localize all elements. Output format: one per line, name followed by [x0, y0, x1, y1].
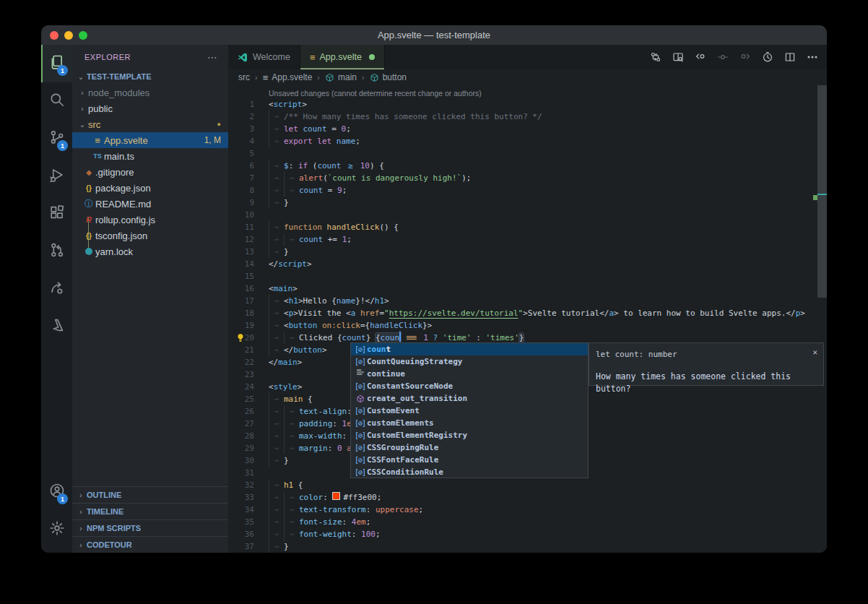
lightbulb-icon[interactable] [235, 332, 246, 343]
compare-changes-icon[interactable] [650, 51, 661, 63]
zoom-window-button[interactable] [79, 31, 87, 40]
file-tree-item-tsconfig-json[interactable]: {}tsconfig.json [72, 228, 228, 243]
activity-bar-item-settings[interactable] [41, 511, 72, 548]
code-line-1[interactable]: 1<script> [228, 98, 827, 111]
current-change-icon[interactable] [717, 51, 729, 63]
breadcrumb-item-src[interactable]: src [238, 72, 250, 82]
suggest-item-count[interactable]: [⊘]count [351, 343, 588, 355]
color-decorator-swatch[interactable] [332, 492, 340, 500]
code-line-9[interactable]: 9 →} [228, 197, 827, 209]
file-tree-item-rollup-config-js[interactable]: Rrollup.config.js [72, 212, 228, 228]
line-number: 12 [228, 233, 254, 246]
more-actions-icon[interactable] [807, 51, 818, 63]
line-number: 29 [228, 442, 254, 454]
code-editor[interactable]: Unsaved changes (cannot determine recent… [228, 85, 827, 553]
word-highlight: } [519, 333, 524, 342]
timer-icon[interactable] [762, 51, 773, 63]
code-line-18[interactable]: 18 →<p>Visit the <a href="https://svelte… [228, 307, 827, 319]
file-tree-item-node-modules[interactable]: ›node_modules [72, 85, 228, 100]
overview-ruler-cursor-mark [813, 195, 817, 200]
suggest-item-cssgroupingrule[interactable]: [⊘]CSSGroupingRule [351, 441, 588, 454]
code-line-11[interactable]: 11 →function handleClick() { [228, 221, 827, 233]
suggest-item-countqueuingstrategy[interactable]: [⊘]CountQueuingStrategy [351, 355, 588, 368]
file-tree-item--gitignore[interactable]: ◆.gitignore [72, 164, 228, 180]
code-line-13[interactable]: 13 →} [228, 246, 827, 258]
file-tree-item-app-svelte[interactable]: ≡App.svelte1, M [72, 132, 228, 148]
variable-icon: [⊘] [353, 405, 367, 417]
overview-ruler-mark [817, 194, 827, 195]
minimize-window-button[interactable] [64, 31, 73, 40]
activity-bar-item-search[interactable] [41, 82, 72, 120]
code-line-37[interactable]: 37 →} [228, 540, 827, 553]
code-line-36[interactable]: 36 → →font-weight: 100; [228, 528, 827, 540]
activity-bar-item-accounts[interactable]: 1 [41, 473, 72, 511]
file-label: main.ts [104, 151, 134, 162]
activity-bar-item-extensions[interactable] [41, 195, 72, 233]
activity-bar-item-explorer[interactable]: 1 [41, 45, 72, 82]
code-line-35[interactable]: 35 → →font-size: 4em; [228, 516, 827, 528]
scrollbar[interactable] [817, 85, 827, 298]
code-line-3[interactable]: 3 →let count = 0; [228, 123, 827, 135]
file-tree-item-readme-md[interactable]: ⓘREADME.md [72, 196, 228, 212]
breadcrumb-label: main [338, 72, 357, 82]
activity-bar-item-github-pull-requests[interactable] [41, 233, 72, 270]
breadcrumb-item-button[interactable]: button [370, 72, 407, 82]
title-bar[interactable]: App.svelte — test-template [41, 25, 827, 45]
suggest-item-customelements[interactable]: [⊘]customElements [351, 417, 588, 429]
code-line-10[interactable]: 10 [228, 209, 827, 221]
split-editor-icon[interactable] [784, 51, 796, 63]
file-tree-item-public[interactable]: ›public [72, 100, 228, 116]
file-tree-item-main-ts[interactable]: TSmain.ts [72, 148, 228, 164]
sidebar-section-timeline[interactable]: ›TIMELINE [72, 503, 228, 519]
suggest-item-create_out_transition[interactable]: create_out_transition [351, 392, 588, 405]
file-tree-item-src[interactable]: ⌄src● [72, 116, 228, 132]
code-line-34[interactable]: 34 → →text-transform: uppercase; [228, 504, 827, 516]
sidebar-section-codetour[interactable]: ›CODETOUR [72, 536, 228, 553]
code-line-16[interactable]: 16<main> [228, 282, 827, 295]
file-tree-item-package-json[interactable]: {}package.json [72, 180, 228, 196]
code-line-15[interactable]: 15 [228, 270, 827, 282]
explorer-more-actions-icon[interactable]: ⋯ [207, 51, 218, 63]
code-line-4[interactable]: 4 →export let name; [228, 135, 827, 147]
suggest-item-continue[interactable]: continue [351, 368, 588, 380]
line-number: 5 [228, 147, 254, 160]
breadcrumb-separator: › [360, 73, 366, 82]
activity-bar-item-live-share[interactable] [41, 270, 72, 308]
tab-app-svelte[interactable]: ≡App.svelte [300, 45, 385, 69]
code-line-2[interactable]: 2 →/** How many times has someone clicke… [228, 111, 827, 123]
code-line-12[interactable]: 12 → →count += 1; [228, 233, 827, 246]
variable-icon: [⊘] [353, 380, 367, 392]
close-icon[interactable]: ✕ [812, 346, 817, 358]
dirty-indicator[interactable] [369, 54, 375, 60]
tab-welcome[interactable]: Welcome [228, 45, 300, 69]
activity-bar-item-azure[interactable] [41, 308, 72, 345]
open-preview-icon[interactable] [672, 51, 684, 63]
file-tree-item-yarn-lock[interactable]: yarn.lock [72, 243, 228, 259]
code-line-7[interactable]: 7 → →alert(`count is dangerously high!`)… [228, 172, 827, 184]
code-line-5[interactable]: 5 [228, 147, 827, 160]
code-line-14[interactable]: 14</script> [228, 258, 827, 270]
code-line-32[interactable]: 32 →h1 { [228, 479, 827, 491]
code-line-6[interactable]: 6 →$: if (count ≥ 10) { [228, 160, 827, 172]
breadcrumb-label: src [238, 72, 250, 82]
sidebar-section-npm-scripts[interactable]: ›NPM SCRIPTS [72, 519, 228, 536]
code-line-8[interactable]: 8 → →count = 9; [228, 184, 827, 197]
sidebar-section-outline[interactable]: ›OUTLINE [72, 487, 228, 503]
activity-bar-item-source-control[interactable]: 1 [41, 120, 72, 158]
code-line-19[interactable]: 19 →<button on:click={handleClick}> [228, 319, 827, 332]
close-window-button[interactable] [50, 31, 58, 40]
activity-bar-item-run-and-debug[interactable] [41, 158, 72, 195]
previous-change-icon[interactable] [695, 51, 706, 63]
suggest-item-constantsourcenode[interactable]: [⊘]ConstantSourceNode [351, 380, 588, 392]
suggest-item-cssfontfacerule[interactable]: [⊘]CSSFontFaceRule [351, 454, 588, 466]
breadcrumb-item-main[interactable]: main [325, 72, 357, 82]
code-line-17[interactable]: 17 →<h1>Hello {name}!</h1> [228, 295, 827, 307]
workspace-root-folder[interactable]: ⌄ TEST-TEMPLATE [72, 69, 228, 85]
suggest-item-customevent[interactable]: [⊘]CustomEvent [351, 405, 588, 417]
variable-icon: [⊘] [353, 355, 367, 368]
breadcrumb-item-app-svelte[interactable]: ≡App.svelte [263, 72, 313, 82]
code-line-33[interactable]: 33 → →color: #ff3e00; [228, 491, 827, 504]
next-change-icon[interactable] [739, 51, 751, 63]
suggest-item-cssconditionrule[interactable]: [⊘]CSSConditionRule [351, 466, 588, 478]
suggest-item-customelementregistry[interactable]: [⊘]CustomElementRegistry [351, 429, 588, 441]
